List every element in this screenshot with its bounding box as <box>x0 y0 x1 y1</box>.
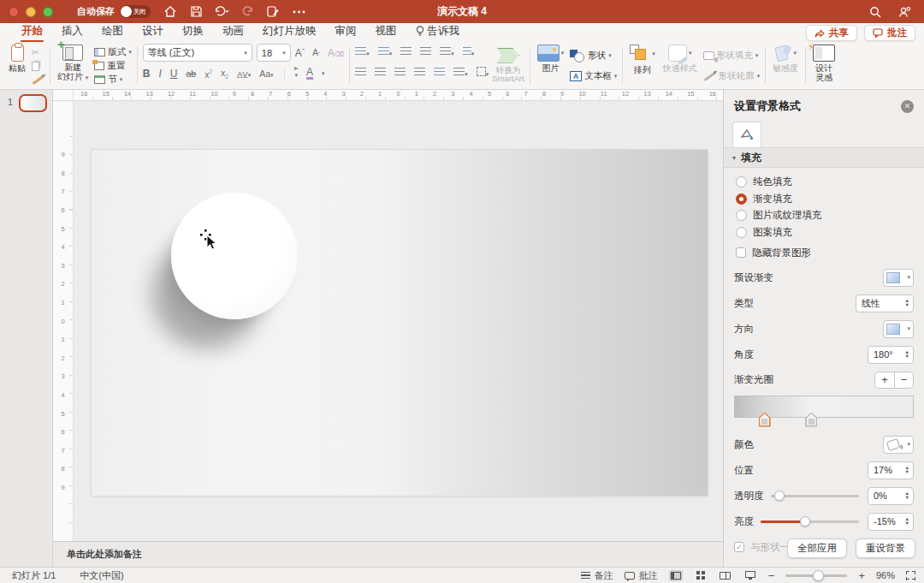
direction-dropdown[interactable]: ▾ <box>883 320 914 338</box>
reset-background-button[interactable]: 重设背景 <box>856 538 915 558</box>
close-window-button[interactable] <box>9 7 19 17</box>
comments-toggle-button[interactable]: 批注 <box>625 569 658 582</box>
undo-button[interactable] <box>214 4 229 20</box>
fill-tab[interactable] <box>732 122 761 147</box>
quick-print-icon[interactable] <box>265 4 281 20</box>
layout-button[interactable]: 版式▾ <box>94 45 132 59</box>
character-spacing-button[interactable]: A̲V̲▾ <box>237 69 251 79</box>
zoom-percentage[interactable]: 96% <box>876 570 895 580</box>
gradient-stop-0[interactable] <box>759 413 771 427</box>
quick-styles-button[interactable]: ▾ 快速样式 <box>661 44 699 74</box>
editing-canvas[interactable] <box>74 101 723 541</box>
autosave-toggle[interactable]: 关闭 <box>120 5 151 18</box>
underline-button[interactable]: U <box>170 68 178 80</box>
slide-thumbnail[interactable] <box>19 94 47 112</box>
tab-2[interactable]: 绘图 <box>92 22 133 42</box>
align-center-button[interactable] <box>375 64 386 80</box>
zoom-out-button[interactable]: − <box>768 569 775 582</box>
transparency-slider[interactable] <box>771 495 860 497</box>
tab-5[interactable]: 动画 <box>213 22 253 42</box>
preset-gradient-dropdown[interactable]: ▾ <box>883 269 914 287</box>
zoom-window-button[interactable] <box>43 7 53 17</box>
text-direction-button[interactable]: ▾ <box>453 64 468 80</box>
paste-button[interactable]: 粘贴 <box>7 44 27 74</box>
tab-7[interactable]: 审阅 <box>326 22 366 42</box>
transparency-slider-thumb[interactable] <box>774 491 785 501</box>
align-text-button[interactable] <box>434 64 445 80</box>
font-size-select[interactable]: 18▾ <box>257 44 291 62</box>
font-color-button[interactable]: A <box>306 68 313 80</box>
new-slide-button[interactable]: 新建幻灯片 ▾ <box>56 44 90 83</box>
home-icon[interactable] <box>163 4 178 20</box>
copy-button[interactable] <box>32 59 44 73</box>
gradient-stop-bar[interactable] <box>734 396 914 428</box>
decrease-font-button[interactable]: Aˬ <box>312 48 320 57</box>
shapes-button[interactable]: 形状▾ <box>570 49 617 62</box>
line-spacing-button[interactable]: ▾ <box>440 44 454 59</box>
slide-sorter-view-button[interactable] <box>694 570 708 581</box>
account-icon[interactable] <box>897 4 912 20</box>
slide[interactable] <box>92 150 708 496</box>
language-indicator[interactable]: 中文(中国) <box>80 569 123 582</box>
normal-view-button[interactable] <box>669 570 683 581</box>
tab-3[interactable]: 设计 <box>133 22 173 42</box>
remove-gradient-stop-button[interactable]: − <box>894 372 914 389</box>
cut-button[interactable]: ✂ <box>32 45 44 59</box>
search-icon[interactable] <box>868 4 883 20</box>
fill-option-1[interactable]: 渐变填充 <box>736 193 924 205</box>
increase-indent-button[interactable] <box>420 44 431 59</box>
tab-8[interactable]: 视图 <box>366 22 406 42</box>
notes-toggle-button[interactable]: 备注 <box>581 569 613 582</box>
subscript-button[interactable]: x2 <box>221 68 228 80</box>
change-case-button[interactable]: Aa▾ <box>259 68 273 79</box>
zoom-slider-thumb[interactable] <box>813 570 824 581</box>
zoom-slider[interactable] <box>785 574 847 577</box>
tab-9[interactable]: 告诉我 <box>406 22 470 42</box>
share-button[interactable]: 共享 <box>806 25 857 41</box>
apply-to-all-button[interactable]: 全部应用 <box>787 538 847 558</box>
clear-formatting-button[interactable]: A⌫ <box>328 47 344 59</box>
more-commands-button[interactable] <box>291 4 306 20</box>
convert-smartart-button[interactable]: 转换为SmartArt <box>492 66 524 84</box>
hide-background-checkbox[interactable]: 隐藏背景图形 <box>736 247 924 259</box>
format-painter-button[interactable] <box>32 73 44 86</box>
columns-button[interactable]: ▾ <box>463 44 475 59</box>
fit-to-window-icon[interactable] <box>906 571 915 580</box>
minimize-window-button[interactable] <box>26 7 36 17</box>
text-position-button[interactable]: ▾ <box>477 64 489 80</box>
comments-button[interactable]: 批注 <box>864 25 915 41</box>
tab-6[interactable]: 幻灯片放映 <box>253 22 326 42</box>
zoom-in-button[interactable]: + <box>858 569 865 582</box>
type-stepper[interactable]: 线性▲▼ <box>856 294 914 312</box>
font-name-select[interactable]: 等线 (正文)▾ <box>143 44 252 62</box>
arrange-button[interactable]: ▾ 排列 <box>628 44 657 75</box>
sensitivity-button[interactable]: ▾ 敏感度 <box>771 44 800 74</box>
tab-1[interactable]: 插入 <box>52 22 92 42</box>
superscript-button[interactable]: x2 <box>204 68 212 80</box>
bold-button[interactable]: B <box>143 68 151 80</box>
brightness-slider-thumb[interactable] <box>800 516 810 526</box>
shape-fill-button[interactable]: 形状填充▾ <box>703 49 761 62</box>
oval-shape[interactable] <box>171 193 298 319</box>
section-button[interactable]: 节▾ <box>94 73 132 86</box>
gradient-stop-1[interactable] <box>805 413 817 427</box>
transparency-stepper[interactable]: 0%▲▼ <box>868 487 914 505</box>
decrease-indent-button[interactable] <box>400 44 412 59</box>
numbering-button[interactable]: ▾ <box>378 44 393 59</box>
justify-button[interactable] <box>414 64 425 80</box>
align-left-button[interactable] <box>355 64 366 80</box>
brightness-slider[interactable] <box>761 521 859 523</box>
notes-pane[interactable]: 单击此处添加备注 <box>53 541 723 567</box>
add-gradient-stop-button[interactable]: + <box>874 372 894 389</box>
textbox-button[interactable]: A文本框▾ <box>570 69 617 83</box>
fill-option-2[interactable]: 图片或纹理填充 <box>736 209 924 222</box>
close-icon[interactable]: ✕ <box>901 100 914 113</box>
save-icon[interactable] <box>188 4 204 20</box>
redo-button[interactable] <box>240 4 255 20</box>
align-right-button[interactable] <box>394 64 406 80</box>
fill-section-header[interactable]: ▾填充 <box>724 148 924 168</box>
fill-option-3[interactable]: 图案填充 <box>736 226 924 239</box>
fill-option-0[interactable]: 纯色填充 <box>736 175 924 188</box>
italic-button[interactable]: I <box>158 68 161 80</box>
tab-0[interactable]: 开始 <box>12 22 52 42</box>
